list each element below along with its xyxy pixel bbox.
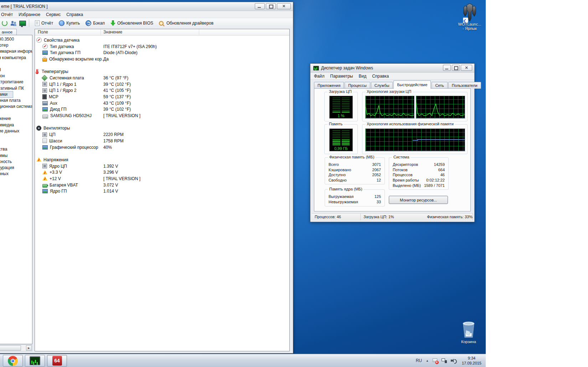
sensor-row[interactable]: Батарея VBAT 3.072 V xyxy=(35,182,289,188)
sensor-row[interactable]: +12 V [ TRIAL VERSION ] xyxy=(35,175,289,182)
sensor-row[interactable] xyxy=(35,150,289,157)
tree-item[interactable]: чики xyxy=(0,91,13,98)
toolbar-button[interactable]: Обновления BIOS xyxy=(108,19,156,27)
column-headers[interactable]: Поле Значение xyxy=(35,29,289,36)
menu-item[interactable]: Отчёт xyxy=(0,11,16,18)
tab[interactable]: Быстродействие xyxy=(393,80,431,89)
sensor-row[interactable]: Свойства датчика xyxy=(35,37,289,43)
sensor-row[interactable]: Aux 43 °C (109 °F) xyxy=(35,100,289,106)
tab[interactable]: Сеть xyxy=(432,82,447,89)
tree-item[interactable]: I xyxy=(0,61,32,67)
maximize-button[interactable] xyxy=(452,65,460,71)
sensor-icon xyxy=(42,44,48,49)
tab[interactable]: Процессы xyxy=(345,82,370,89)
toolbar-button[interactable]: Купить xyxy=(56,19,83,27)
sensor-row[interactable]: Системная плата 36 °C (97 °F) xyxy=(35,75,289,81)
menu-item[interactable]: Избранное xyxy=(16,11,43,18)
tree-item[interactable]: ммедиа xyxy=(0,122,32,128)
refresh-icon[interactable] xyxy=(2,20,7,26)
desktop-icon-wotlauncher[interactable]: WOTLaunc... - Ярлык xyxy=(456,3,483,31)
sensor-row[interactable]: Графический процессор 40% xyxy=(35,144,289,151)
tab[interactable]: Пользователи xyxy=(448,82,481,89)
task-manager-titlebar[interactable]: Диспетчер задач Windows ✕ xyxy=(310,64,474,73)
tree-item[interactable]: гурация xyxy=(0,165,32,171)
tree-item[interactable]: ства xyxy=(0,146,32,152)
resource-monitor-button[interactable]: Монитор ресурсов... xyxy=(389,196,448,204)
desktop-icon-recycle-bin[interactable]: Корзина xyxy=(455,320,482,344)
sensor-row[interactable] xyxy=(35,62,289,69)
sensor-row[interactable]: Ядро ЦП 1.392 V xyxy=(35,163,289,169)
sensor-row[interactable]: Вентиляторы xyxy=(35,125,289,132)
tree-item[interactable]: жение xyxy=(0,116,32,122)
menu-item[interactable]: Справка xyxy=(369,73,392,79)
close-button[interactable]: ✕ xyxy=(461,65,472,71)
menu-item[interactable]: Сервис xyxy=(43,11,63,18)
scrollbar-right-arrow[interactable]: ▶ xyxy=(26,345,32,351)
sensor-row[interactable]: Ядро ГП 1.014 V xyxy=(35,188,289,195)
tree-item[interactable]: я компьютера xyxy=(0,55,32,61)
toolbar-button[interactable]: Отчёт xyxy=(32,19,56,27)
taskbar-button-task-manager[interactable] xyxy=(25,355,45,367)
menu-item[interactable]: Файл xyxy=(311,73,327,79)
taskbar-button-chrome[interactable] xyxy=(3,355,23,367)
monitor-icon[interactable] xyxy=(19,21,26,26)
tree-item[interactable]: тативный ПК xyxy=(0,85,32,91)
tab[interactable]: Службы xyxy=(371,82,393,89)
sensor-row[interactable]: Температуры xyxy=(35,68,289,75)
hidden-icons-arrow[interactable]: ▲ xyxy=(426,359,429,362)
tree-item[interactable]: нных xyxy=(0,171,32,177)
toolbar-button[interactable]: Бэкап xyxy=(83,19,108,27)
column-header-value[interactable]: Значение xyxy=(103,30,122,35)
tree-item[interactable] xyxy=(0,110,32,116)
column-header-field[interactable]: Поле xyxy=(38,30,48,35)
tree-item[interactable]: ктропитание xyxy=(0,79,32,85)
sensor-row[interactable]: Обнаружено вскрытие кор... Да xyxy=(35,56,289,62)
minimize-button[interactable] xyxy=(443,65,451,71)
info-label: Выгружаемая xyxy=(329,194,354,199)
sensor-row[interactable]: MCP 59 °C (137 °F) xyxy=(35,94,289,100)
tree-item[interactable]: ммарная информаци xyxy=(0,48,32,54)
menu-item[interactable]: Справка xyxy=(63,11,86,18)
action-center-flag-icon[interactable] xyxy=(433,358,438,363)
language-indicator[interactable]: RU xyxy=(416,358,422,363)
sensor-row[interactable]: ЦП 1 / Ядро 2 41 °C (105 °F) xyxy=(35,88,289,94)
close-button[interactable]: ✕ xyxy=(277,3,291,9)
tree-item[interactable]: II xyxy=(0,67,32,73)
tree-item[interactable] xyxy=(0,140,32,146)
sensor-row[interactable]: Шасси 1758 RPM xyxy=(35,138,289,144)
sensor-row[interactable]: Диод ГП 39 °C (102 °F) xyxy=(35,106,289,113)
sensor-row[interactable]: Напряжения xyxy=(35,157,289,163)
sensor-row[interactable]: Тип датчика ITE IT8712F v7+ (ISA 290h) xyxy=(35,43,289,50)
tree-item[interactable]: нная плата xyxy=(0,98,32,104)
maximize-button[interactable] xyxy=(266,3,276,9)
sensor-row[interactable]: Тип датчика ГП Diode (ATI-Diode) xyxy=(35,49,289,56)
sensor-row[interactable]: +3.3 V 3.296 V xyxy=(35,169,289,175)
menu-item[interactable]: Параметры xyxy=(327,73,356,79)
sensor-row[interactable]: SAMSUNG HD502HJ [ TRIAL VERSION ] xyxy=(35,112,289,119)
tree-item[interactable] xyxy=(0,134,32,140)
sidebar-tab-favorites[interactable]: анное xyxy=(0,29,17,35)
minimize-button[interactable] xyxy=(255,3,265,9)
tree-horizontal-scrollbar[interactable]: ▶ xyxy=(0,345,32,351)
menu-item[interactable]: Вид xyxy=(356,73,369,79)
sensor-row[interactable]: ЦП 2220 RPM xyxy=(35,131,289,138)
taskbar-clock[interactable]: 9:34 17.09.2015 xyxy=(462,356,483,366)
scrollbar-thumb[interactable] xyxy=(0,345,21,351)
sensor-row[interactable]: ЦП 1 / Ядро 1 39 °C (102 °F) xyxy=(35,81,289,88)
tree-item[interactable]: ие данных xyxy=(0,128,32,134)
toolbar-button[interactable]: Обновления драйверов xyxy=(156,19,216,27)
aida64-titlebar[interactable]: eme [ TRIAL VERSION ] ✕ xyxy=(0,2,293,11)
sensor-row[interactable] xyxy=(35,119,289,125)
tree-item[interactable]: ционная система xyxy=(0,104,32,110)
tree-item[interactable]: гон xyxy=(0,73,32,79)
speaker-icon[interactable] xyxy=(451,358,457,363)
network-icon[interactable] xyxy=(442,358,447,363)
cpu-history-label: Хронология загрузки ЦП xyxy=(365,89,413,94)
tree-item[interactable]: сность xyxy=(0,159,32,165)
users-icon[interactable] xyxy=(11,21,17,26)
tab[interactable]: Приложения xyxy=(314,82,344,89)
tree-item[interactable]: 30.3500 xyxy=(0,36,32,42)
tree-item[interactable]: ммы xyxy=(0,153,32,159)
taskbar-button-aida64[interactable]: 64 xyxy=(47,355,67,367)
tree-item[interactable]: ютер xyxy=(0,42,32,48)
